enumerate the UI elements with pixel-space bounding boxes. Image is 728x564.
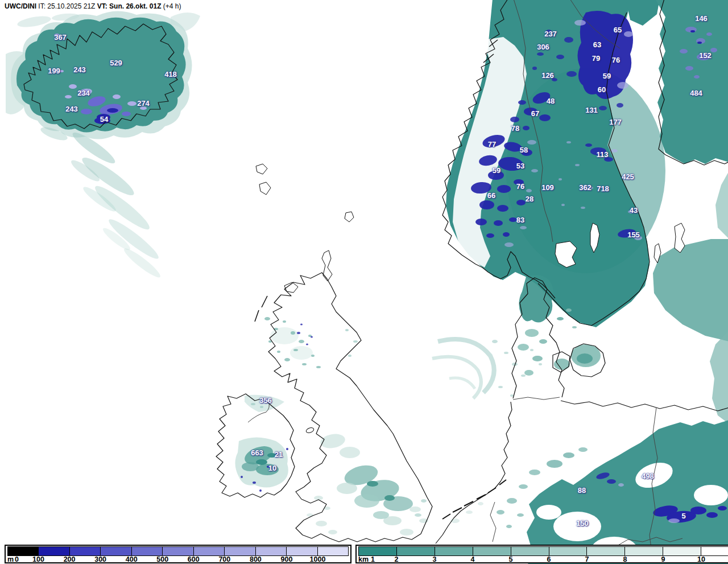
legend-tick-label: 6 (547, 555, 551, 563)
legend-segment (255, 547, 286, 555)
legend-segment (473, 547, 511, 555)
legend-kilometres: km 12345678910 (355, 545, 728, 563)
legend-tick-label: 7 (585, 555, 589, 563)
legend-m-unit: m (7, 555, 14, 563)
legend-tick-label: 8 (623, 555, 627, 563)
legend-segment (8, 547, 38, 555)
denmark-germany-border (513, 397, 560, 400)
island-gotland (675, 223, 685, 253)
faroe-islands (259, 182, 271, 195)
continental-coast (436, 402, 512, 544)
legend-segment (663, 547, 701, 555)
visibility-map-canvas (0, 0, 728, 564)
faroe-islands (256, 164, 267, 174)
weather-map-page: { "header": { "model": "UWC/DINI", "init… (0, 0, 728, 564)
legend-tick-label: 5 (509, 555, 513, 563)
legend-segment (286, 547, 317, 555)
legend-tick-label: 9 (661, 555, 665, 563)
legend-tick-label: 700 (218, 555, 230, 563)
netherlands-germany-border (490, 502, 496, 542)
legend-tick-label: 900 (280, 555, 292, 563)
legend-segment (317, 547, 348, 555)
legend-segment (586, 547, 624, 555)
legend-tick-label: 200 (64, 555, 76, 563)
legend-m-strip (7, 546, 349, 556)
legend-segment (511, 547, 549, 555)
legend-tick-label: 300 (94, 555, 106, 563)
legend-segment (38, 547, 69, 555)
legend-km-ticks: km 12345678910 (358, 556, 728, 564)
legend-segment (131, 547, 162, 555)
legend-m-ticks: m 01002003004005006007008009001000 (7, 556, 349, 564)
legend-tick-label: 4 (471, 555, 475, 563)
legend-segment (359, 547, 396, 555)
isle-of-man (305, 427, 315, 434)
legend-tick-label: 100 (32, 555, 44, 563)
legend-segment (162, 547, 193, 555)
legend-tick-label: 1 (371, 555, 375, 563)
small-island (345, 212, 354, 222)
legend-tick-label: 1000 (310, 555, 326, 563)
legend-tick-label: 800 (250, 555, 262, 563)
baltic-south-coast (561, 401, 728, 411)
legend-segment (701, 547, 728, 555)
legend-metres: m 01002003004005006007008009001000 (5, 545, 351, 563)
legend-segment (193, 547, 224, 555)
legend-tick-label: 0 (15, 555, 19, 563)
legend-segment (549, 547, 587, 555)
legend-segment (396, 547, 435, 555)
legend-tick-label: 10 (697, 555, 705, 563)
legend-segment (100, 547, 131, 555)
legend-segment (69, 547, 100, 555)
legend-segment (624, 547, 663, 555)
legend-km-unit: km (358, 555, 369, 563)
shetland-islands (322, 250, 332, 281)
legend-tick-label: 500 (156, 555, 168, 563)
legend-segment (224, 547, 255, 555)
legend-tick-label: 2 (395, 555, 399, 563)
legend-tick-label: 400 (126, 555, 138, 563)
legend-tick-label: 600 (188, 555, 200, 563)
legend-tick-label: 3 (433, 555, 437, 563)
legend-segment (435, 547, 473, 555)
legend-km-strip (358, 546, 728, 556)
